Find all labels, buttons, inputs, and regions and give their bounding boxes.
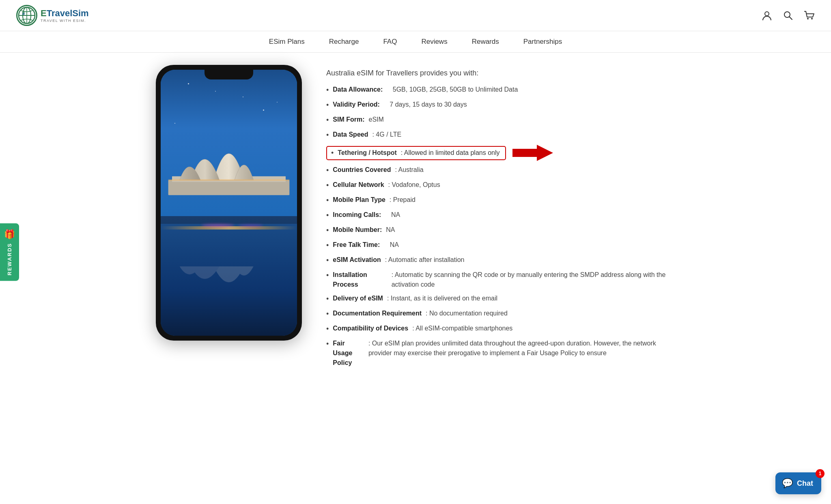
site-header: ETravelSim TRAVEL WITH ESIM. <box>0 0 831 31</box>
feature-value: : No documentation required <box>426 309 508 318</box>
svg-point-9 <box>811 18 813 19</box>
feature-value: : All eSIM-compatible smartphones <box>412 324 512 333</box>
tethering-row: Tethering / Hotspot : Allowed in limited… <box>326 145 675 161</box>
feature-value: : Vodafone, Optus <box>388 180 440 190</box>
logo-travelsim: TravelSim <box>47 8 89 18</box>
svg-point-5 <box>765 12 769 16</box>
phone-notch <box>205 70 253 79</box>
logo-e: E <box>41 8 47 18</box>
list-item-countries: Countries Covered: Australia <box>326 165 675 176</box>
feature-value: : 4G / LTE <box>372 130 401 139</box>
feature-value: : Instant, as it is delivered on the ema… <box>387 294 497 303</box>
nav-faq[interactable]: FAQ <box>383 38 397 46</box>
logo-brand-name: ETravelSim <box>41 8 89 19</box>
feature-value: : Prepaid <box>390 195 416 205</box>
main-nav: ESim Plans Recharge FAQ Reviews Rewards … <box>0 31 831 53</box>
feature-label: eSIM Activation <box>333 255 381 265</box>
list-item-incoming: Incoming Calls: NA <box>326 210 675 221</box>
logo-circle <box>16 5 37 26</box>
feature-label: Cellular Network <box>333 180 384 190</box>
list-item-sim-form: SIM Form:eSIM <box>326 115 675 126</box>
nav-esim-plans[interactable]: ESim Plans <box>269 38 305 46</box>
feature-label: Data Allowance: <box>333 85 383 94</box>
phone-frame <box>156 65 302 341</box>
nav-partnerships[interactable]: Partnerships <box>523 38 562 46</box>
list-item-cellular: Cellular Network: Vodafone, Optus <box>326 180 675 191</box>
feature-label: Validity Period: <box>333 100 380 109</box>
rewards-label: REWARDS <box>6 242 13 275</box>
feature-label: Installation Process <box>333 270 387 290</box>
feature-label: Documentation Requirement <box>333 309 422 318</box>
features-list: Data Allowance: 5GB, 10GB, 25GB, 50GB to… <box>326 85 675 141</box>
list-item-data-allowance: Data Allowance: 5GB, 10GB, 25GB, 50GB to… <box>326 85 675 96</box>
sydney-opera-image <box>161 70 297 336</box>
search-icon[interactable] <box>782 10 794 21</box>
list-item-installation: Installation Process: Automatic by scann… <box>326 270 675 290</box>
feature-value: eSIM <box>369 115 384 124</box>
list-item-mobile-number: Mobile Number:NA <box>326 225 675 236</box>
svg-rect-10 <box>168 180 290 195</box>
header-icons <box>761 10 815 21</box>
red-arrow-icon <box>512 145 553 161</box>
svg-point-8 <box>807 18 809 19</box>
tethering-highlight-box: Tethering / Hotspot : Allowed in limited… <box>326 146 506 160</box>
logo-text: ETravelSim TRAVEL WITH ESIM. <box>41 8 89 23</box>
feature-label: Mobile Plan Type <box>333 195 385 205</box>
feature-value: NA <box>390 240 399 250</box>
feature-label: Countries Covered <box>333 165 391 175</box>
feature-value: NA <box>391 210 400 220</box>
list-item-documentation: Documentation Requirement: No documentat… <box>326 309 675 320</box>
tethering-label: Tethering / Hotspot <box>338 149 396 157</box>
main-content: Australia eSIM for Travellers provides y… <box>131 53 700 388</box>
feature-value: : Our eSIM plan provides unlimited data … <box>368 339 675 358</box>
product-info: Australia eSIM for Travellers provides y… <box>326 65 675 372</box>
account-icon[interactable] <box>761 10 773 21</box>
phone-screen <box>161 70 297 336</box>
list-item-delivery: Delivery of eSIM: Instant, as it is deli… <box>326 294 675 305</box>
list-item-validity: Validity Period: 7 days, 15 days to 30 d… <box>326 100 675 111</box>
logo[interactable]: ETravelSim TRAVEL WITH ESIM. <box>16 5 89 26</box>
logo-globe-icon <box>18 6 36 24</box>
nav-reviews[interactable]: Reviews <box>421 38 447 46</box>
nav-recharge[interactable]: Recharge <box>329 38 359 46</box>
features-list-2: Countries Covered: Australia Cellular Ne… <box>326 165 675 368</box>
list-item-esim-activation: eSIM Activation: Automatic after install… <box>326 255 675 266</box>
rewards-gift-icon: 🎁 <box>4 229 15 239</box>
feature-label: Data Speed <box>333 130 368 139</box>
feature-value: : Australia <box>395 165 423 175</box>
feature-value: 7 days, 15 days to 30 days <box>390 100 467 109</box>
svg-marker-13 <box>512 145 553 161</box>
feature-value: : Automatic after installation <box>385 255 465 265</box>
feature-label: Compatibility of Devices <box>333 324 408 333</box>
list-item-data-speed: Data Speed: 4G / LTE <box>326 130 675 141</box>
nav-rewards[interactable]: Rewards <box>472 38 499 46</box>
list-item-mobile-plan: Mobile Plan Type: Prepaid <box>326 195 675 206</box>
cart-icon[interactable] <box>803 10 815 21</box>
feature-label: Incoming Calls: <box>333 210 381 220</box>
list-item-fair-usage: Fair Usage Policy: Our eSIM plan provide… <box>326 339 675 368</box>
svg-line-7 <box>790 17 792 20</box>
feature-value: 5GB, 10GB, 25GB, 50GB to Unlimited Data <box>393 85 518 94</box>
intro-text: Australia eSIM for Travellers provides y… <box>326 69 675 77</box>
feature-label: Fair Usage Policy <box>333 339 364 368</box>
svg-rect-12 <box>168 180 290 181</box>
logo-tagline: TRAVEL WITH ESIM. <box>41 19 89 23</box>
list-item-compatibility: Compatibility of Devices: All eSIM-compa… <box>326 324 675 335</box>
feature-value: : Automatic by scanning the QR code or b… <box>392 270 675 290</box>
feature-label: Delivery of eSIM <box>333 294 383 303</box>
phone-mockup <box>156 65 310 372</box>
list-item-free-talk: Free Talk Time: NA <box>326 240 675 251</box>
feature-label: Free Talk Time: <box>333 240 380 250</box>
rewards-sidebar[interactable]: 🎁 REWARDS <box>0 223 19 281</box>
feature-value: NA <box>386 225 395 235</box>
feature-label: SIM Form: <box>333 115 364 124</box>
feature-label: Mobile Number: <box>333 225 382 235</box>
tethering-value: : Allowed in limited data plans only <box>401 149 500 157</box>
